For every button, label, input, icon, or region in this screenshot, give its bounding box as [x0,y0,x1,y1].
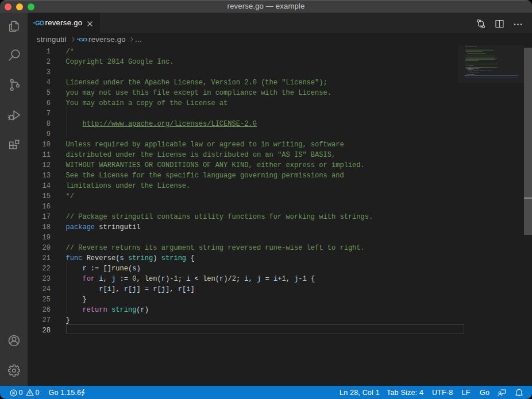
svg-text:GO: GO [79,36,87,42]
svg-text:GO: GO [35,20,44,26]
